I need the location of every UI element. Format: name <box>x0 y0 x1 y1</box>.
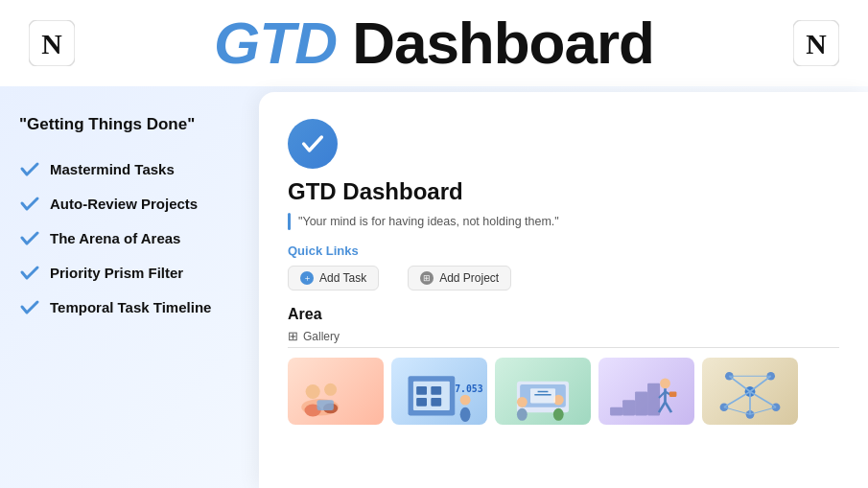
gallery-card-3[interactable] <box>495 358 591 425</box>
card-img-2: 7.053 <box>391 358 487 425</box>
svg-point-21 <box>517 396 528 407</box>
svg-rect-9 <box>317 400 334 410</box>
svg-point-42 <box>720 403 729 411</box>
svg-rect-12 <box>416 386 427 395</box>
svg-rect-31 <box>647 383 660 415</box>
sidebar-heading: "Getting Things Done" <box>19 115 240 134</box>
svg-rect-13 <box>431 386 441 395</box>
sidebar-label-auto-review: Auto-Review Projects <box>50 196 198 212</box>
quick-links-label: Quick Links <box>288 244 839 258</box>
sidebar-item-auto-review[interactable]: Auto-Review Projects <box>19 186 240 221</box>
quick-links: ＋ Add Task ⊞ Add Project <box>288 266 839 290</box>
dashboard-title: GTD Dashboard <box>288 178 839 205</box>
sidebar-item-arena-of-areas[interactable]: The Arena of Areas <box>19 221 240 255</box>
add-project-icon: ⊞ <box>420 271 434 285</box>
card-img-5 <box>702 358 798 425</box>
svg-rect-14 <box>416 398 427 407</box>
check-icon-mastermind <box>19 158 40 179</box>
gallery-card-1[interactable] <box>288 358 384 425</box>
check-icon-arena <box>19 227 40 248</box>
sidebar-item-temporal-task[interactable]: Temporal Task Timeline <box>19 290 240 324</box>
svg-line-46 <box>750 376 771 391</box>
header-gtd: GTD <box>214 10 337 76</box>
add-project-button[interactable]: ⊞ Add Project <box>408 266 511 290</box>
quote-line <box>288 213 291 230</box>
add-task-icon: ＋ <box>300 271 314 285</box>
content-panel: GTD Dashboard "Your mind is for having i… <box>259 92 868 488</box>
sidebar-label-arena: The Arena of Areas <box>50 230 180 246</box>
svg-point-43 <box>772 403 781 411</box>
svg-text:N: N <box>806 28 827 59</box>
gallery-tab-label: Gallery <box>303 330 340 343</box>
svg-line-35 <box>666 402 672 412</box>
sidebar: "Getting Things Done" Mastermind Tasks A… <box>0 86 259 488</box>
card-img-3 <box>495 358 591 425</box>
svg-rect-28 <box>610 407 622 415</box>
gallery-icon: ⊞ <box>288 329 298 343</box>
svg-point-17 <box>460 394 471 405</box>
area-title: Area <box>288 306 839 323</box>
add-project-label: Add Project <box>439 271 499 285</box>
svg-text:N: N <box>41 28 62 59</box>
header: N GTD Dashboard N <box>0 0 868 86</box>
gallery-tab[interactable]: ⊞ Gallery <box>288 329 839 348</box>
add-task-label: Add Task <box>319 271 366 285</box>
gallery-card-5[interactable] <box>702 358 798 425</box>
gallery-cards: 7.053 <box>288 358 839 425</box>
header-dashboard: Dashboard <box>337 10 654 76</box>
svg-rect-38 <box>669 391 677 396</box>
check-icon-auto-review <box>19 193 40 214</box>
area-section: Area ⊞ Gallery <box>288 306 839 425</box>
svg-line-47 <box>724 391 750 407</box>
gallery-card-4[interactable] <box>598 358 694 425</box>
svg-rect-29 <box>622 400 635 415</box>
sidebar-item-mastermind-tasks[interactable]: Mastermind Tasks <box>19 151 240 186</box>
header-title: GTD Dashboard <box>214 13 654 73</box>
svg-text:7.053: 7.053 <box>455 383 482 393</box>
quote-bar: "Your mind is for having ideas, not hold… <box>288 213 839 230</box>
quote-text: "Your mind is for having ideas, not hold… <box>298 215 559 228</box>
notion-icon-left: N <box>29 20 75 66</box>
dashboard-icon <box>288 119 338 169</box>
notion-icon-right: N <box>793 20 839 66</box>
card-img-4 <box>598 358 694 425</box>
svg-line-51 <box>724 407 750 414</box>
svg-rect-30 <box>635 391 647 415</box>
sidebar-item-priority-prism[interactable]: Priority Prism Filter <box>19 255 240 290</box>
check-icon-priority <box>19 262 40 283</box>
sidebar-label-mastermind: Mastermind Tasks <box>50 161 175 177</box>
svg-point-24 <box>553 407 564 420</box>
svg-point-5 <box>306 383 320 398</box>
checkmark-icon <box>299 130 326 157</box>
svg-point-32 <box>660 378 670 388</box>
gallery-card-2[interactable]: 7.053 <box>391 358 487 425</box>
svg-line-52 <box>750 407 776 414</box>
add-task-button[interactable]: ＋ Add Task <box>288 266 379 290</box>
main-layout: "Getting Things Done" Mastermind Tasks A… <box>0 86 868 488</box>
svg-point-18 <box>460 407 471 421</box>
svg-rect-25 <box>530 388 555 403</box>
check-icon-temporal <box>19 296 40 317</box>
sidebar-label-temporal: Temporal Task Timeline <box>50 299 211 315</box>
svg-rect-15 <box>431 398 441 407</box>
sidebar-label-priority: Priority Prism Filter <box>50 265 183 281</box>
svg-point-22 <box>517 407 528 420</box>
svg-line-45 <box>729 376 750 391</box>
svg-point-7 <box>324 383 337 395</box>
card-img-1 <box>288 358 384 425</box>
svg-line-48 <box>750 391 776 407</box>
